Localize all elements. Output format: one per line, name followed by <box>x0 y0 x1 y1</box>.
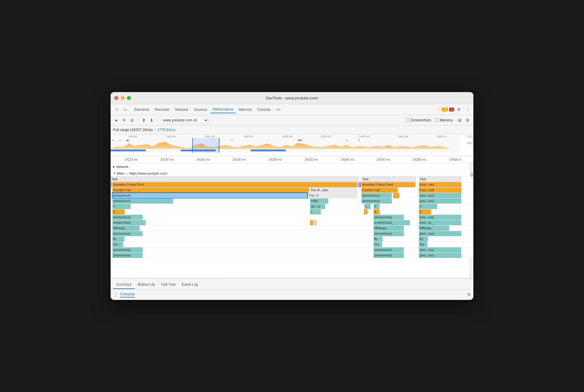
overview-panel[interactable]: 200 ms 400 ms 600 ms 800 ms 1000 ms 1200… <box>111 134 473 156</box>
s-bar-1[interactable]: S <box>112 209 125 214</box>
flame-row-anon-1[interactable]: (anonymous) Fun...ll (anonymous) (ano...… <box>111 193 473 198</box>
anon-bar-8[interactable]: (ano...ous) <box>419 215 461 220</box>
anon-bar-2[interactable]: (anonymous) <box>362 193 392 198</box>
anon-bar-11[interactable]: (ano...ous) <box>419 231 461 236</box>
fill-bar-2[interactable]: fillRange_ <box>374 226 404 231</box>
screenshots-checkbox[interactable] <box>406 118 410 122</box>
ixa-bar-2[interactable]: IXa <box>374 242 382 247</box>
tab-memory[interactable]: Memory <box>236 106 254 113</box>
main-section-row[interactable]: ▼ Main — https://www.youtube.com/ <box>111 170 473 177</box>
clear-button[interactable]: ⊘ <box>129 117 135 124</box>
upload-button[interactable]: ⬆ <box>141 117 147 124</box>
maximize-button[interactable] <box>127 96 131 100</box>
settings-icon[interactable]: ⚙ <box>455 106 462 113</box>
anon-bar-4[interactable]: (anonymous) <box>362 198 392 204</box>
by-bar-1[interactable]: By <box>112 236 125 242</box>
task-bar-3[interactable]: Task <box>419 177 461 182</box>
flame-row-anon-3[interactable]: (anonymous) (anonymous) (ano...ous) <box>111 215 473 220</box>
fill-bar-1[interactable]: fillRange_ <box>112 226 140 231</box>
more-icon[interactable]: ⋮ <box>464 106 471 113</box>
capture-settings-icon[interactable]: ⊞ <box>456 117 463 124</box>
mwa-bar[interactable]: mWa <box>310 198 328 204</box>
anon-bar-14[interactable]: (ano...ous) <box>419 247 461 252</box>
by-bar-3[interactable]: By <box>419 236 428 242</box>
run-masks-bar[interactable]: Run M...asks <box>310 188 357 193</box>
minimize-button[interactable] <box>121 96 125 100</box>
flame-row-render[interactable]: renderChunk_ renderChunk_ rend...nk_ <box>111 220 473 226</box>
flame-row-func[interactable]: Function Call Run M...asks Function Call… <box>111 188 473 193</box>
anon-bar-3[interactable]: (ano...ous) <box>419 193 461 198</box>
memory-checkbox-label[interactable]: Memory <box>435 118 453 122</box>
fill-bar-3[interactable]: fillRange_ <box>419 226 449 231</box>
anon-bar-17[interactable]: (ano...ous) <box>419 253 461 258</box>
tab-more[interactable]: >> <box>274 106 283 113</box>
flame-row-v[interactable]: V (an...s) (... V V <box>111 204 473 209</box>
an-s-bar[interactable]: (an...s) <box>310 204 325 209</box>
anim-frame-bar-3[interactable]: Anim...ired <box>419 182 461 187</box>
anon-bar-12[interactable]: (anonymous) <box>112 247 143 252</box>
record-button[interactable]: ● <box>113 117 120 124</box>
flame-row-anon-6[interactable]: (anonymous) (anonymous) (ano...ous) <box>111 253 473 258</box>
network-expand-icon[interactable]: ▶ <box>113 165 115 168</box>
anon-bar-7[interactable]: (anonymous) <box>374 215 404 220</box>
url-select[interactable]: www.youtube.com #1 <box>160 117 209 124</box>
anim-frame-bar-2[interactable]: Animation Frame Fired <box>362 182 415 187</box>
close-button[interactable] <box>114 96 118 100</box>
anon-bar-10[interactable]: (anonymous) <box>374 231 404 236</box>
fun-ll-bar[interactable]: Fun...ll <box>309 193 357 198</box>
tab-bottom-up[interactable]: Bottom-Up <box>135 281 158 289</box>
ixa-bar-1[interactable]: IXa <box>112 242 123 247</box>
ellipsis-bar[interactable]: (... <box>365 204 371 209</box>
console-close-icon[interactable]: ✕ <box>467 292 471 297</box>
anon-bar-13[interactable]: (anonymous) <box>374 247 404 252</box>
memory-checkbox[interactable] <box>435 118 439 122</box>
func-call-bar-2[interactable]: Function Call <box>362 188 398 193</box>
tab-call-tree[interactable]: Call Tree <box>158 281 179 289</box>
flame-row-anon-2[interactable]: (anonymous) mWa (anonymous) (ano...ous) <box>111 198 473 204</box>
anon-bar-9[interactable]: (anonymous) <box>112 231 143 236</box>
anon-bar-selected[interactable]: (anonymous) <box>112 193 307 198</box>
flame-row-fill[interactable]: fillRange_ fillRange_ fillRange_ <box>111 226 473 231</box>
task-bar-2[interactable]: Task <box>362 177 416 182</box>
tab-network[interactable]: Network <box>173 106 191 113</box>
anon-mwa-bar[interactable]: (anonymous) <box>112 198 173 204</box>
tab-sources[interactable]: Sources <box>191 106 209 113</box>
func-call-bar-1[interactable]: Function Call <box>112 188 309 193</box>
download-button[interactable]: ⬇ <box>148 117 155 124</box>
task-bar-1[interactable]: Task <box>111 177 359 182</box>
device-icon[interactable]: ▭ <box>122 106 129 113</box>
tab-performance[interactable]: Performance <box>210 106 236 113</box>
render-bar-1[interactable]: renderChunk_ <box>112 220 146 225</box>
render-bar-3[interactable]: rend...nk_ <box>419 220 461 225</box>
func-call-bar-3[interactable]: Func...Call <box>419 188 461 193</box>
tab-summary[interactable]: Summary <box>113 281 135 289</box>
dots-bar[interactable]: (.. <box>310 209 321 214</box>
main-collapse-icon[interactable]: ▼ <box>113 172 116 175</box>
inspect-icon[interactable]: ⊹ <box>113 106 120 113</box>
s-bar-2[interactable]: S <box>374 209 380 214</box>
console-label[interactable]: Console <box>120 292 135 297</box>
anim-frame-bar-1[interactable]: Animation Frame Fired <box>112 182 357 187</box>
by-bar-2[interactable]: By <box>374 236 383 242</box>
anon-bar-6[interactable]: (anonymous) <box>112 215 143 220</box>
flame-row-task[interactable]: Task Task Task <box>111 177 473 182</box>
screenshots-checkbox-label[interactable]: Screenshots <box>406 118 431 122</box>
v-bar-1[interactable]: V <box>112 204 131 209</box>
anon-bar-15[interactable]: (anonymous) <box>112 253 143 258</box>
flame-row-anon-4[interactable]: (anonymous) (anonymous) (ano...ous) <box>111 231 473 236</box>
flame-row-anim[interactable]: Animation Frame Fired Animation Frame Fi… <box>111 182 473 188</box>
render-bar-2[interactable]: renderChunk_ <box>374 220 410 225</box>
flame-row-s[interactable]: S (.. S S <box>111 209 473 215</box>
flame-row-anon-5[interactable]: (anonymous) (anonymous) (ano...ous) <box>111 247 473 253</box>
anon-bar-5[interactable]: (ano...ous) <box>419 198 461 204</box>
tab-recorder[interactable]: Recorder <box>152 106 172 113</box>
console-menu-icon[interactable]: ⋮ <box>113 292 118 297</box>
toolbar-settings-icon[interactable]: ⚙ <box>464 117 471 124</box>
reload-button[interactable]: ↻ <box>121 117 128 124</box>
v-bar-3[interactable]: V <box>419 204 437 209</box>
anon-bar-16[interactable]: (anonymous) <box>374 253 404 258</box>
tab-console[interactable]: Console <box>255 106 273 113</box>
flame-row-ixa[interactable]: IXa IXa IXa <box>111 242 473 247</box>
ixa-bar-3[interactable]: IXa <box>419 242 427 247</box>
s-bar-3[interactable]: S <box>419 209 431 214</box>
